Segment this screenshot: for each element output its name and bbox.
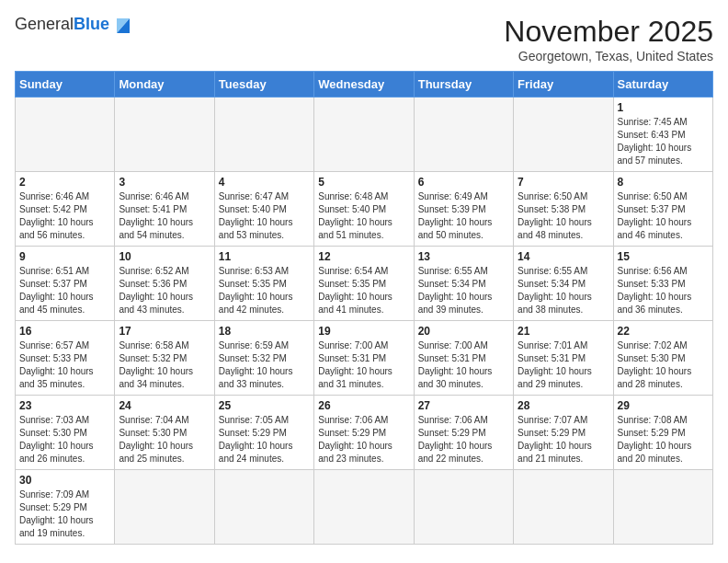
sunset-text: Sunset: 5:29 PM <box>19 501 110 514</box>
calendar-cell: 29Sunrise: 7:08 AMSunset: 5:29 PMDayligh… <box>613 396 712 470</box>
calendar-cell: 15Sunrise: 6:56 AMSunset: 5:33 PMDayligh… <box>613 247 712 321</box>
day-info: Sunrise: 7:03 AMSunset: 5:30 PMDaylight:… <box>19 414 110 465</box>
day-info: Sunrise: 6:46 AMSunset: 5:41 PMDaylight:… <box>119 190 210 242</box>
sunrise-text: Sunrise: 6:54 AM <box>318 265 409 278</box>
day-info: Sunrise: 7:02 AMSunset: 5:30 PMDaylight:… <box>618 339 709 391</box>
day-info: Sunrise: 6:55 AMSunset: 5:34 PMDaylight:… <box>518 265 609 316</box>
day-number: 20 <box>418 325 509 338</box>
day-info: Sunrise: 6:55 AMSunset: 5:34 PMDaylight:… <box>418 265 509 316</box>
calendar-cell <box>115 470 214 545</box>
calendar-cell: 22Sunrise: 7:02 AMSunset: 5:30 PMDayligh… <box>613 321 712 396</box>
day-info: Sunrise: 7:00 AMSunset: 5:31 PMDaylight:… <box>418 339 509 391</box>
day-info: Sunrise: 6:48 AMSunset: 5:40 PMDaylight:… <box>318 190 409 242</box>
daylight-text: Daylight: 10 hours and 35 minutes. <box>19 365 110 391</box>
daylight-text: Daylight: 10 hours and 50 minutes. <box>418 216 509 242</box>
calendar-cell <box>514 470 613 545</box>
sunrise-text: Sunrise: 6:55 AM <box>518 265 609 278</box>
month-title: November 2025 <box>504 15 713 49</box>
calendar-cell: 1Sunrise: 7:45 AMSunset: 6:43 PMDaylight… <box>613 98 712 172</box>
sunrise-text: Sunrise: 7:05 AM <box>219 414 310 427</box>
day-number: 3 <box>119 176 210 189</box>
col-monday: Monday <box>115 72 214 98</box>
day-number: 4 <box>219 176 310 189</box>
calendar-cell: 19Sunrise: 7:00 AMSunset: 5:31 PMDayligh… <box>314 321 414 396</box>
day-number: 6 <box>418 176 509 189</box>
day-number: 7 <box>518 176 609 189</box>
day-number: 26 <box>318 399 409 412</box>
calendar-cell: 14Sunrise: 6:55 AMSunset: 5:34 PMDayligh… <box>514 247 613 321</box>
calendar-table: Sunday Monday Tuesday Wednesday Thursday… <box>15 71 713 545</box>
calendar-cell: 4Sunrise: 6:47 AMSunset: 5:40 PMDaylight… <box>214 172 313 247</box>
day-number: 18 <box>219 325 310 338</box>
daylight-text: Daylight: 10 hours and 23 minutes. <box>318 440 409 465</box>
sunset-text: Sunset: 5:34 PM <box>418 278 509 291</box>
sunset-text: Sunset: 5:41 PM <box>119 203 210 216</box>
daylight-text: Daylight: 10 hours and 25 minutes. <box>119 440 210 465</box>
sunrise-text: Sunrise: 7:09 AM <box>19 488 110 501</box>
calendar-cell: 23Sunrise: 7:03 AMSunset: 5:30 PMDayligh… <box>16 396 115 470</box>
calendar-cell: 24Sunrise: 7:04 AMSunset: 5:30 PMDayligh… <box>115 396 214 470</box>
sunset-text: Sunset: 5:31 PM <box>418 352 509 365</box>
sunset-text: Sunset: 5:36 PM <box>119 278 210 291</box>
daylight-text: Daylight: 10 hours and 19 minutes. <box>19 514 110 540</box>
calendar-cell: 2Sunrise: 6:46 AMSunset: 5:42 PMDaylight… <box>16 172 115 247</box>
day-info: Sunrise: 7:00 AMSunset: 5:31 PMDaylight:… <box>318 339 409 391</box>
daylight-text: Daylight: 10 hours and 45 minutes. <box>19 291 110 316</box>
sunrise-text: Sunrise: 6:49 AM <box>418 190 509 203</box>
daylight-text: Daylight: 10 hours and 21 minutes. <box>518 440 609 465</box>
calendar-cell: 20Sunrise: 7:00 AMSunset: 5:31 PMDayligh… <box>414 321 513 396</box>
day-number: 8 <box>618 176 709 189</box>
day-number: 28 <box>518 399 609 412</box>
logo-text: GeneralBlue <box>15 16 109 34</box>
day-number: 12 <box>318 250 409 263</box>
day-number: 27 <box>418 399 509 412</box>
daylight-text: Daylight: 10 hours and 22 minutes. <box>418 440 509 465</box>
day-info: Sunrise: 6:52 AMSunset: 5:36 PMDaylight:… <box>119 265 210 316</box>
day-number: 24 <box>119 399 210 412</box>
sunset-text: Sunset: 5:39 PM <box>418 203 509 216</box>
sunset-text: Sunset: 5:35 PM <box>318 278 409 291</box>
day-info: Sunrise: 6:46 AMSunset: 5:42 PMDaylight:… <box>19 190 110 242</box>
logo-icon <box>113 15 133 35</box>
sunset-text: Sunset: 5:40 PM <box>219 203 310 216</box>
sunrise-text: Sunrise: 6:47 AM <box>219 190 310 203</box>
sunset-text: Sunset: 5:33 PM <box>19 352 110 365</box>
col-tuesday: Tuesday <box>214 72 313 98</box>
sunset-text: Sunset: 5:37 PM <box>618 203 709 216</box>
calendar-cell: 28Sunrise: 7:07 AMSunset: 5:29 PMDayligh… <box>514 396 613 470</box>
calendar-cell <box>214 470 313 545</box>
sunset-text: Sunset: 5:31 PM <box>318 352 409 365</box>
calendar-cell: 16Sunrise: 6:57 AMSunset: 5:33 PMDayligh… <box>16 321 115 396</box>
sunrise-text: Sunrise: 6:51 AM <box>19 265 110 278</box>
day-number: 10 <box>119 250 210 263</box>
day-number: 21 <box>518 325 609 338</box>
sunrise-text: Sunrise: 6:50 AM <box>518 190 609 203</box>
calendar-cell <box>514 98 613 172</box>
sunset-text: Sunset: 5:29 PM <box>418 427 509 440</box>
daylight-text: Daylight: 10 hours and 36 minutes. <box>618 291 709 316</box>
day-number: 16 <box>19 325 110 338</box>
day-info: Sunrise: 7:09 AMSunset: 5:29 PMDaylight:… <box>19 488 110 540</box>
day-info: Sunrise: 6:50 AMSunset: 5:38 PMDaylight:… <box>518 190 609 242</box>
col-friday: Friday <box>514 72 613 98</box>
sunrise-text: Sunrise: 7:06 AM <box>418 414 509 427</box>
sunrise-text: Sunrise: 6:53 AM <box>219 265 310 278</box>
calendar-cell: 11Sunrise: 6:53 AMSunset: 5:35 PMDayligh… <box>214 247 313 321</box>
calendar-cell <box>314 470 414 545</box>
day-number: 13 <box>418 250 509 263</box>
sunset-text: Sunset: 5:32 PM <box>219 352 310 365</box>
daylight-text: Daylight: 10 hours and 43 minutes. <box>119 291 210 316</box>
daylight-text: Daylight: 10 hours and 56 minutes. <box>19 216 110 242</box>
sunset-text: Sunset: 5:29 PM <box>318 427 409 440</box>
day-info: Sunrise: 6:51 AMSunset: 5:37 PMDaylight:… <box>19 265 110 316</box>
calendar-header-row: Sunday Monday Tuesday Wednesday Thursday… <box>16 72 713 98</box>
sunrise-text: Sunrise: 7:01 AM <box>518 339 609 352</box>
sunset-text: Sunset: 5:30 PM <box>618 352 709 365</box>
sunset-text: Sunset: 5:40 PM <box>318 203 409 216</box>
sunrise-text: Sunrise: 6:48 AM <box>318 190 409 203</box>
sunrise-text: Sunrise: 6:52 AM <box>119 265 210 278</box>
calendar-cell: 10Sunrise: 6:52 AMSunset: 5:36 PMDayligh… <box>115 247 214 321</box>
daylight-text: Daylight: 10 hours and 34 minutes. <box>119 365 210 391</box>
calendar-cell <box>314 98 414 172</box>
col-sunday: Sunday <box>16 72 115 98</box>
